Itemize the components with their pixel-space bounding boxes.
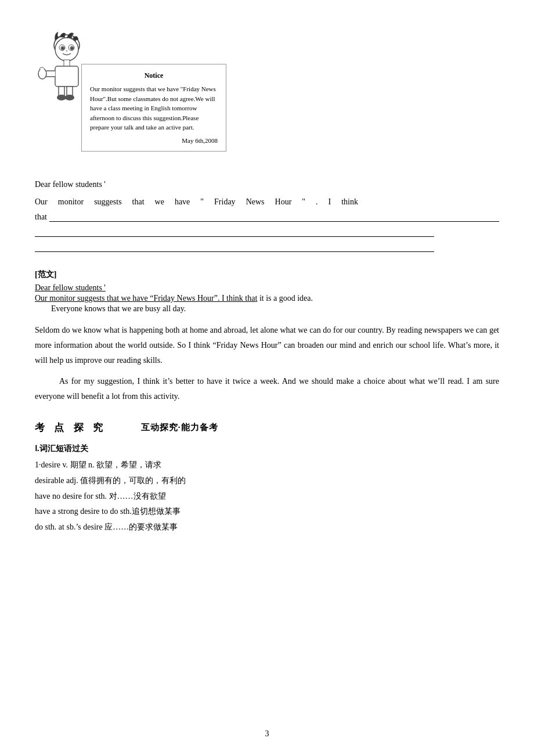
- letter-word-our: Our: [35, 194, 48, 210]
- letter-underline3: [35, 239, 434, 252]
- sample-first-line-rest: it is a good idea.: [257, 294, 313, 303]
- notice-box: Notice Our monitor suggests that we have…: [81, 64, 226, 152]
- letter-section: Dear fellow students ' Our monitor sugge…: [35, 180, 499, 252]
- letter-word-period: .: [316, 194, 318, 210]
- svg-point-10: [38, 69, 46, 79]
- sample-first-line-underlined: Our monitor suggests that we have “Frida…: [35, 294, 257, 303]
- letter-word-i: I: [329, 194, 331, 210]
- letter-word-news: News: [246, 194, 265, 210]
- letter-word-close-quote: ": [302, 194, 305, 210]
- sample-label: [范文]: [35, 269, 499, 280]
- vocab-item-1: 1·desire v. 期望 n. 欲望，希望，请求: [35, 458, 499, 473]
- vocab-item-2: desirable adj. 值得拥有的，可取的，有利的: [35, 473, 499, 489]
- sample-indent-line: Everyone knows that we are busy all day.: [35, 304, 499, 314]
- svg-rect-8: [64, 60, 70, 67]
- letter-word-friday: Friday: [214, 194, 236, 210]
- notice-container: Notice Our monitor suggests that we have…: [35, 29, 232, 163]
- svg-point-13: [57, 95, 66, 100]
- vocab-heading: Ⅰ.词汇短语过关: [35, 444, 499, 454]
- vocab-item-3: have no desire for sth. 对……没有欲望: [35, 489, 499, 505]
- vocab-section: Ⅰ.词汇短语过关 1·desire v. 期望 n. 欲望，希望，请求 desi…: [35, 444, 499, 535]
- sample-greeting: Dear fellow students ': [35, 283, 499, 293]
- sample-first-line: Our monitor suggests that we have “Frida…: [35, 294, 499, 303]
- letter-word-we: we: [155, 194, 164, 210]
- letter-word-open-quote: ": [200, 194, 204, 210]
- letter-word-suggests: suggests: [94, 194, 121, 210]
- letter-word-think: think: [341, 194, 358, 210]
- vocab-item-5: do sth. at sb.’s desire 应……的要求做某事: [35, 520, 499, 535]
- letter-word-that: that: [132, 194, 145, 210]
- letter-word-that2: that: [35, 213, 47, 222]
- notice-section: Notice Our monitor suggests that we have…: [35, 29, 499, 163]
- cartoon-figure-icon: [38, 29, 96, 105]
- page-number: 3: [265, 729, 269, 739]
- svg-rect-9: [55, 66, 78, 87]
- section-header: 考 点 探 究 互动探究·能力备考: [35, 421, 499, 434]
- svg-point-6: [62, 47, 64, 49]
- letter-greeting: Dear fellow students ': [35, 180, 499, 189]
- section-title-right: 互动探究·能力备考: [141, 422, 218, 433]
- sample-body1: Seldom do we know what is happening both…: [35, 323, 499, 368]
- letter-word-monitor: monitor: [58, 194, 84, 210]
- vocab-item-4: have a strong desire to do sth.追切想做某事: [35, 504, 499, 520]
- sample-body2: As for my suggestion, I think it’s bette…: [35, 374, 499, 404]
- notice-date: May 6th,2008: [90, 136, 218, 146]
- svg-point-14: [65, 95, 74, 100]
- letter-word-hour: Hour: [275, 194, 292, 210]
- sample-section: [范文] Dear fellow students ' Our monitor …: [35, 269, 499, 404]
- letter-underline2: [35, 224, 434, 237]
- notice-body: Our monitor suggests that we have "Frida…: [90, 84, 218, 132]
- svg-point-7: [71, 47, 73, 49]
- notice-title: Notice: [90, 70, 218, 81]
- section-title-left: 考 点 探 究: [35, 421, 106, 434]
- svg-point-1: [55, 38, 78, 61]
- letter-underline1: [49, 210, 499, 222]
- letter-word-have: have: [175, 194, 190, 210]
